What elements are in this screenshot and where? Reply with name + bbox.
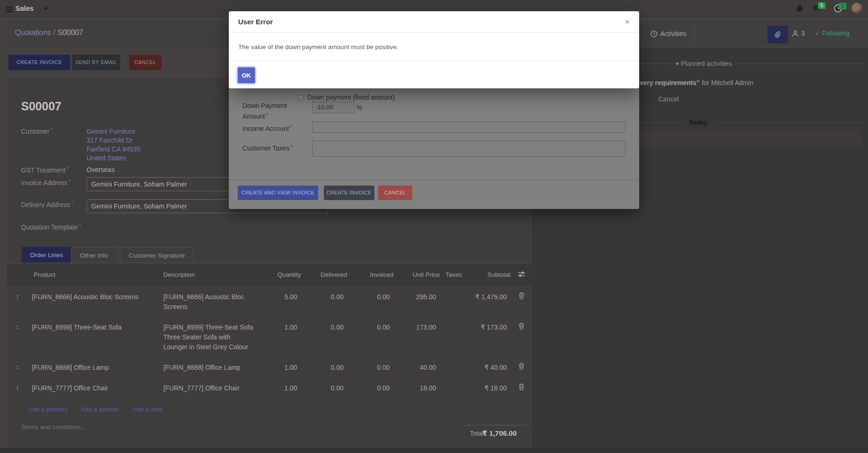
customer-name-link[interactable]: Gemini Furniture: [87, 127, 140, 136]
cell-delivered[interactable]: 0.00: [301, 287, 347, 317]
error-modal-footer: OK: [229, 61, 639, 89]
cell-taxes[interactable]: [440, 357, 471, 378]
activity-cancel-link[interactable]: Cancel: [658, 95, 679, 103]
customer-taxes-input-extension: [312, 151, 626, 157]
create-and-view-invoice-button[interactable]: CREATE AND VIEW INVOICE: [238, 186, 318, 200]
table-header-row: Product Description Quantity Delivered I…: [7, 263, 532, 287]
cell-product[interactable]: [FURN_8888] Office Lamp: [28, 357, 160, 378]
dialog-cancel-button[interactable]: CANCEL: [378, 186, 412, 200]
optional-columns-icon[interactable]: [511, 263, 532, 287]
col-quantity[interactable]: Quantity: [274, 263, 301, 287]
drag-handle-icon[interactable]: ▴▾: [17, 365, 19, 370]
cell-taxes[interactable]: [440, 317, 471, 357]
cell-product[interactable]: [FURN_6666] Acoustic Bloc Screens: [28, 287, 160, 317]
following-button[interactable]: ✓ Following: [815, 29, 850, 37]
add-a-section-link[interactable]: Add a section: [81, 406, 119, 413]
customer-label: Customer?: [21, 127, 53, 135]
add-a-product-link[interactable]: Add a product: [28, 406, 67, 413]
followers-button[interactable]: 3: [792, 29, 805, 37]
income-account-input[interactable]: [312, 122, 626, 133]
col-taxes[interactable]: Taxes: [440, 263, 471, 287]
table-row[interactable]: ▴▾ [FURN_6666] Acoustic Bloc Screens [FU…: [7, 287, 532, 317]
create-invoice-button[interactable]: CREATE INVOICE: [8, 55, 70, 70]
activities-badge: 5: [839, 3, 846, 9]
followers-person-icon: [792, 30, 799, 37]
user-avatar[interactable]: [852, 3, 862, 14]
cell-quantity[interactable]: 1.00: [274, 357, 301, 378]
cell-delivered[interactable]: 0.00: [301, 378, 347, 398]
terms-and-conditions-input[interactable]: [21, 424, 208, 431]
odoo-sales-screen: Sales + 5 5 Quotations / S00007 CREATE I…: [0, 0, 868, 453]
help-icon: ?: [66, 166, 69, 171]
delete-row-icon[interactable]: [511, 357, 532, 378]
cell-invoiced[interactable]: 0.00: [347, 287, 394, 317]
app-name[interactable]: Sales: [15, 4, 34, 12]
col-product[interactable]: Product: [28, 263, 160, 287]
cell-description[interactable]: [FURN_8888] Office Lamp: [160, 357, 274, 378]
attachment-button[interactable]: [767, 26, 788, 43]
activities-button[interactable]: Activities: [650, 30, 686, 37]
new-tab-icon[interactable]: +: [44, 4, 48, 13]
customer-taxes-input[interactable]: [312, 141, 626, 152]
page-title: S00007: [21, 100, 61, 113]
cell-invoiced[interactable]: 0.00: [347, 317, 394, 357]
debug-bug-icon[interactable]: [795, 4, 804, 13]
down-payment-amount-input[interactable]: [312, 101, 354, 113]
drag-handle-icon[interactable]: ▴▾: [17, 324, 19, 330]
col-delivered[interactable]: Delivered: [301, 263, 347, 287]
cell-product[interactable]: [FURN_8999] Three-Seat Sofa: [28, 317, 160, 357]
dialog-create-invoice-button[interactable]: CREATE INVOICE: [324, 186, 374, 200]
cell-subtotal: ₹ 18.00: [471, 378, 511, 398]
col-invoiced[interactable]: Invoiced: [347, 263, 394, 287]
cell-invoiced[interactable]: 0.00: [347, 357, 394, 378]
cell-quantity[interactable]: 1.00: [274, 378, 301, 398]
cell-description[interactable]: [FURN_6666] Acoustic Bloc Screens: [160, 287, 274, 317]
customer-value[interactable]: Gemini Furniture 317 Fairchild Dr Fairfi…: [87, 127, 140, 163]
customer-country: United States: [87, 154, 140, 163]
col-subtotal[interactable]: Subtotal: [471, 263, 511, 287]
tab-order-lines[interactable]: Order Lines: [22, 247, 72, 263]
cell-description[interactable]: [FURN_8999] Three-Seat Sofa Three Seater…: [160, 317, 274, 357]
breadcrumb-quotations[interactable]: Quotations: [15, 29, 51, 36]
cell-delivered[interactable]: 0.00: [301, 317, 347, 357]
cell-unit-price[interactable]: 295.00: [394, 287, 440, 317]
col-description[interactable]: Description: [160, 263, 274, 287]
cell-unit-price[interactable]: 173.00: [394, 317, 440, 357]
add-a-note-link[interactable]: Add a note: [132, 406, 163, 413]
radio-icon[interactable]: [298, 95, 303, 101]
fixed-amount-option[interactable]: Down payment (fixed amount): [298, 93, 395, 102]
cell-quantity[interactable]: 5.00: [274, 287, 301, 317]
cancel-order-button[interactable]: CANCEL: [129, 55, 161, 70]
cell-invoiced[interactable]: 0.00: [347, 378, 394, 398]
cell-taxes[interactable]: [440, 378, 471, 398]
cell-unit-price[interactable]: 18.00: [394, 378, 440, 398]
check-icon: ✓: [815, 29, 820, 37]
cell-product[interactable]: [FURN_7777] Office Chair: [28, 378, 160, 398]
delete-row-icon[interactable]: [511, 317, 532, 357]
delete-row-icon[interactable]: [511, 287, 532, 317]
apps-menu-icon[interactable]: [6, 5, 13, 14]
cell-description[interactable]: [FURN_7777] Office Chair: [160, 378, 274, 398]
cell-quantity[interactable]: 1.00: [274, 317, 301, 357]
cell-unit-price[interactable]: 40.00: [394, 357, 440, 378]
table-row[interactable]: ▴▾ [FURN_8888] Office Lamp [FURN_8888] O…: [7, 357, 532, 378]
cell-taxes[interactable]: [440, 287, 471, 317]
breadcrumb: Quotations / S00007: [15, 29, 83, 37]
total-divider: [464, 425, 530, 425]
drag-handle-icon[interactable]: ▴▾: [17, 385, 19, 391]
tab-other-info[interactable]: Other Info: [71, 247, 117, 263]
send-by-email-button[interactable]: SEND BY EMAIL: [72, 55, 120, 70]
close-icon[interactable]: ×: [625, 17, 630, 26]
cell-subtotal: ₹ 1,475.00: [471, 287, 511, 317]
drag-handle-icon[interactable]: ▴▾: [17, 294, 19, 300]
chatter-divider: [694, 25, 695, 44]
cell-delivered[interactable]: 0.00: [301, 357, 347, 378]
percent-suffix: %: [356, 103, 362, 112]
table-row[interactable]: ▴▾ [FURN_8999] Three-Seat Sofa [FURN_899…: [7, 317, 532, 357]
col-unit-price[interactable]: Unit Price: [394, 263, 440, 287]
ok-button[interactable]: OK: [238, 67, 255, 83]
tab-customer-signature[interactable]: Customer Signature: [120, 247, 194, 263]
delete-row-icon[interactable]: [511, 378, 532, 398]
planned-activities-toggle[interactable]: ▾ Planned activities: [676, 60, 732, 67]
table-row[interactable]: ▴▾ [FURN_7777] Office Chair [FURN_7777] …: [7, 378, 532, 398]
